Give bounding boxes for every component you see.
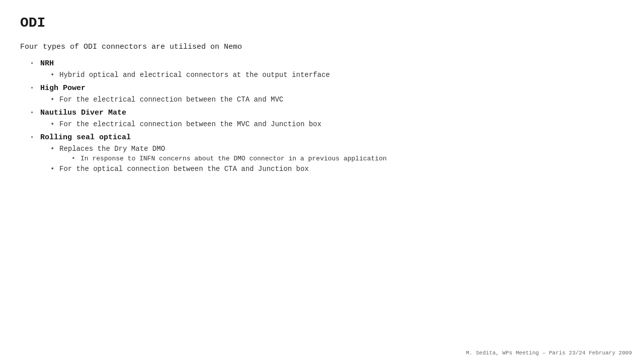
list-item-nrh: NRH Hybrid optical and electrical connec… <box>30 59 624 79</box>
rolling-seal-bullet-1: Replaces the Dry Mate DMO In response to… <box>50 145 624 162</box>
nrh-sub-list: Hybrid optical and electrical connectors… <box>40 71 624 79</box>
high-power-bullet-1: For the electrical connection between th… <box>50 96 624 104</box>
nautilus-sub-list: For the electrical connection between th… <box>40 120 624 128</box>
slide-container: ODI Four types of ODI connectors are uti… <box>0 0 644 362</box>
rolling-seal-sub-sub-list: In response to INFN concerns about the D… <box>59 155 624 162</box>
rolling-seal-sub-list: Replaces the Dry Mate DMO In response to… <box>40 145 624 173</box>
rolling-seal-sub-bullet-1: In response to INFN concerns about the D… <box>71 155 624 162</box>
list-item-nautilus: Nautilus Diver Mate For the electrical c… <box>30 109 624 128</box>
nautilus-label: Nautilus Diver Mate <box>40 109 126 117</box>
rolling-seal-bullet-2: For the optical connection between the C… <box>50 165 624 173</box>
nrh-bullet-1: Hybrid optical and electrical connectors… <box>50 71 624 79</box>
nautilus-bullet-1: For the electrical connection between th… <box>50 120 624 128</box>
main-list: NRH Hybrid optical and electrical connec… <box>20 59 624 173</box>
list-item-high-power: High Power For the electrical connection… <box>30 84 624 104</box>
slide-title: ODI <box>20 15 624 31</box>
intro-text: Four types of ODI connectors are utilise… <box>20 43 624 51</box>
footer: M. Sedita, WPs Meeting – Paris 23/24 Feb… <box>466 350 632 356</box>
high-power-label: High Power <box>40 84 86 93</box>
list-item-rolling-seal: Rolling seal optical Replaces the Dry Ma… <box>30 133 624 173</box>
high-power-sub-list: For the electrical connection between th… <box>40 96 624 104</box>
rolling-seal-label: Rolling seal optical <box>40 133 131 142</box>
nrh-label: NRH <box>40 59 54 68</box>
